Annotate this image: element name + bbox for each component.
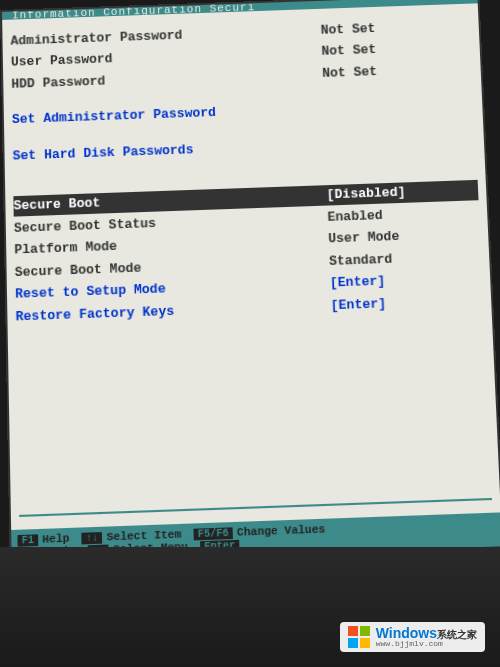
divider [19,498,492,517]
f1-key: F1 [17,534,38,546]
hdd-password-value: Not Set [322,58,473,83]
secure-boot-status-value: Enabled [327,202,479,227]
watermark: Windows系统之家 www.bjjmlv.com [340,622,485,652]
security-panel: Administrator Password Not Set User Pass… [2,3,500,530]
f5f6-key: F5/F6 [194,527,233,540]
admin-password-value: Not Set [320,15,471,40]
reset-setup-value: [Enter] [330,268,483,293]
help-label: Help [42,532,69,546]
user-password-value: Not Set [321,37,472,62]
secure-boot-value: [Disabled] [326,180,478,205]
updown-key: ↑↓ [82,532,103,544]
secure-boot-mode-value: Standard [329,246,482,271]
windows-icon [348,626,370,648]
watermark-url: www.bjjmlv.com [376,640,477,648]
restore-keys-value: [Enter] [330,290,483,316]
platform-mode-value: User Mode [328,224,481,249]
watermark-brand: Windows系统之家 [376,626,477,640]
bios-screen: Information Configuration Securi Adminis… [0,0,500,566]
